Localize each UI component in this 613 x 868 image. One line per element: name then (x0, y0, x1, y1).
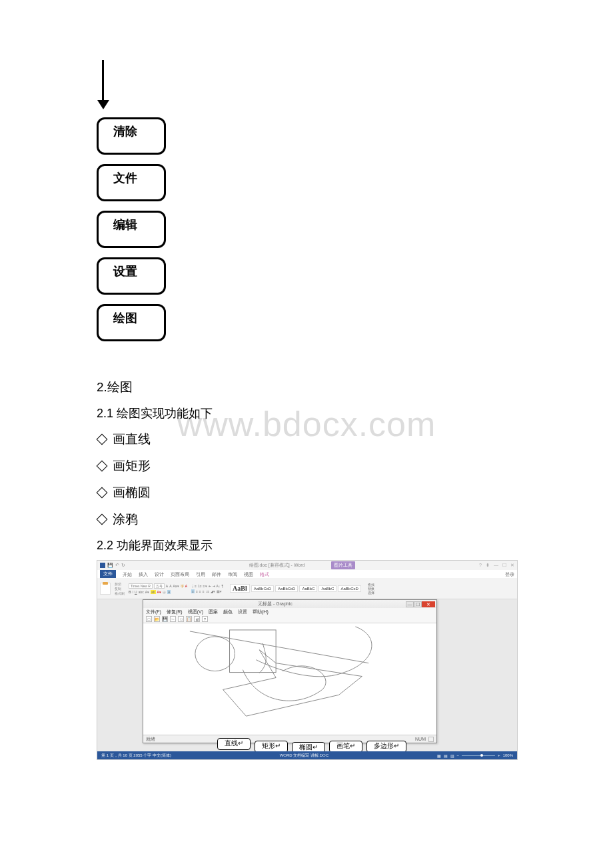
word-tab-review[interactable]: 审阅 (228, 571, 237, 578)
sort-icon[interactable]: A↓ (217, 584, 221, 588)
maximize-icon[interactable]: ☐ (502, 563, 506, 568)
bullets-icon[interactable]: ⋮≡ (191, 584, 197, 588)
copy-icon[interactable]: ⧉ (178, 616, 184, 622)
doc-btn-line[interactable]: 直线↵ (217, 738, 251, 750)
embedded-screenshot: 💾 ↶ ↻ 绘图.doc [兼容模式] - Word 图片工具 ? ⬍ — ☐ … (97, 560, 518, 760)
graphics-menubar: 文件(F) 修复(R) 视图(V) 图案 颜色 设置 帮助(H) (143, 608, 436, 615)
multilevel-icon[interactable]: ≡▾ (203, 584, 207, 588)
highlight-icon[interactable]: ab (151, 590, 156, 594)
minimize-icon[interactable]: — (494, 563, 498, 568)
zoom-out-icon[interactable]: − (457, 753, 460, 757)
grow-font-icon[interactable]: A (166, 584, 168, 588)
graphics-app-window: 无标题 - Graphic — ☐ ✕ 文件(F) 修复(R) 视图(V) 图案… (143, 599, 437, 743)
menu-color[interactable]: 颜色 (223, 609, 233, 615)
print-icon[interactable]: 🖨 (194, 616, 200, 622)
decrease-indent-icon[interactable]: ⇤ (209, 584, 211, 588)
word-login[interactable]: 登录 (505, 571, 514, 578)
font-group: Times New R 五号 A A Aa▾ 字 A B I U abc A▾ … (129, 583, 187, 594)
style-subtle[interactable]: AaBbCcD (338, 585, 360, 592)
qat-save-icon[interactable]: 💾 (107, 563, 113, 568)
format-painter-button[interactable]: 格式刷 (115, 591, 125, 595)
increase-indent-icon[interactable]: ⇥ (213, 584, 215, 588)
qat-redo-icon[interactable]: ↻ (121, 563, 125, 568)
close-icon[interactable]: ✕ (422, 601, 435, 607)
word-tab-mailings[interactable]: 邮件 (212, 571, 221, 578)
maximize-icon[interactable]: ☐ (414, 601, 422, 607)
font-size-select[interactable]: 五号 (154, 583, 165, 589)
style-subtitle[interactable]: AaBbC (318, 585, 336, 592)
help-icon[interactable]: ? (202, 616, 208, 622)
zoom-slider[interactable] (462, 755, 495, 756)
word-tab-design[interactable]: 设计 (155, 571, 164, 578)
text-effects-icon[interactable]: A▾ (145, 590, 149, 594)
justify-icon[interactable]: ≡ (203, 589, 205, 593)
shading-icon[interactable]: A (167, 590, 171, 594)
shrink-font-icon[interactable]: A (169, 584, 171, 588)
graphics-canvas[interactable] (143, 623, 436, 735)
menu-pattern[interactable]: 图案 (209, 609, 218, 615)
word-tab-layout[interactable]: 页面布局 (171, 571, 189, 578)
word-tab-file[interactable]: 文件 (100, 570, 116, 578)
save-icon[interactable]: 💾 (162, 616, 168, 622)
underline-button[interactable]: U (135, 590, 137, 594)
menu-file[interactable]: 文件(F) (146, 609, 161, 615)
zoom-percent[interactable]: 100% (503, 753, 513, 757)
menu-settings[interactable]: 设置 (238, 609, 247, 615)
borders-icon[interactable]: ▦▾ (217, 589, 222, 593)
view-web-icon[interactable]: ▥ (450, 753, 454, 758)
copy-button[interactable]: 复制 (115, 587, 125, 591)
svg-point-1 (195, 637, 235, 671)
strikethrough-button[interactable]: abc (139, 590, 144, 594)
menu-repair[interactable]: 修复(R) (167, 609, 183, 615)
paste-icon[interactable]: 📋 (186, 616, 192, 622)
word-zoom-control[interactable]: ▦ ▤ ▥ − + 100% (437, 753, 513, 758)
word-tab-insert[interactable]: 插入 (139, 571, 148, 578)
enclose-char-icon[interactable]: ㊥ (163, 590, 166, 594)
clear-format-icon[interactable]: A (185, 584, 187, 588)
view-read-icon[interactable]: ▤ (444, 753, 448, 758)
font-name-select[interactable]: Times New R (129, 583, 153, 589)
show-marks-icon[interactable]: ¶ (221, 584, 223, 588)
menu-help[interactable]: 帮助(H) (253, 609, 269, 615)
qat-undo-icon[interactable]: ↶ (115, 563, 119, 568)
word-tab-home[interactable]: 开始 (123, 571, 132, 578)
select-button[interactable]: 选择 (368, 591, 374, 595)
align-left-icon[interactable]: ≡ (191, 589, 195, 593)
para-shading-icon[interactable]: ◢▾ (211, 589, 215, 593)
arrow-down-icon (102, 60, 104, 107)
paste-button[interactable] (100, 583, 111, 595)
style-nospacing[interactable]: AaBbCcD (275, 585, 298, 592)
italic-button[interactable]: I (133, 590, 133, 594)
word-statusbar: 第 1 页，共 10 页 2055 个字 中文(简体) WORD 文档编写 讲解… (97, 751, 517, 759)
style-title[interactable]: AaBbC (299, 585, 317, 592)
word-logo-icon (100, 563, 105, 568)
numbering-icon[interactable]: 1≡ (198, 584, 202, 588)
align-center-icon[interactable]: ≡ (196, 589, 198, 593)
word-picture-tools-tab[interactable]: 图片工具 (331, 561, 355, 569)
help-icon[interactable]: ? (479, 563, 482, 568)
style-heading1[interactable]: AaBl (230, 584, 250, 593)
change-case-icon[interactable]: Aa▾ (173, 584, 179, 588)
minimize-icon[interactable]: — (406, 601, 414, 607)
word-tab-format[interactable]: 格式 (260, 571, 269, 578)
style-normal[interactable]: AaBbCcD (251, 585, 274, 592)
word-tab-references[interactable]: 引用 (196, 571, 205, 578)
bold-button[interactable]: B (129, 590, 131, 594)
phonetic-guide-icon[interactable]: 字 (181, 584, 184, 588)
line-spacing-icon[interactable]: ↕≡ (206, 589, 209, 593)
menu-view[interactable]: 视图(V) (188, 609, 203, 615)
font-color-icon[interactable]: A▾ (157, 590, 161, 594)
flow-box-draw: 绘图 (97, 304, 166, 341)
zoom-in-icon[interactable]: + (498, 753, 500, 757)
word-tab-view[interactable]: 视图 (244, 571, 253, 578)
close-icon[interactable]: ✕ (510, 563, 514, 568)
align-right-icon[interactable]: ≡ (199, 589, 201, 593)
cut-icon[interactable]: ✂ (170, 616, 176, 622)
ribbon-collapse-icon[interactable]: ⬍ (486, 563, 490, 568)
section-2-1-heading: 2.1 绘图实现功能如下 (97, 405, 516, 421)
view-print-icon[interactable]: ▦ (437, 753, 441, 758)
new-icon[interactable]: □ (146, 616, 152, 622)
open-icon[interactable]: 📂 (154, 616, 160, 622)
cut-button[interactable]: 剪切 (115, 582, 125, 586)
word-status-left: 第 1 页，共 10 页 2055 个字 中文(简体) (101, 753, 171, 759)
